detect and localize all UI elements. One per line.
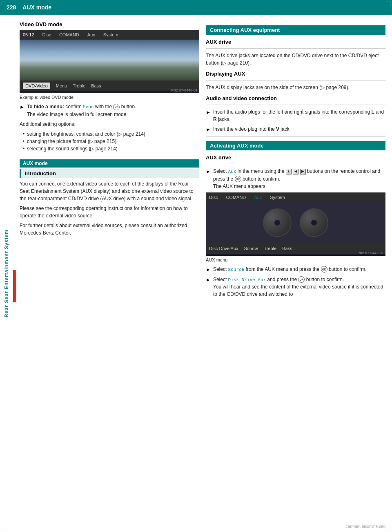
step2-item: ► Select Source from the AUX menu and pr…	[206, 266, 385, 273]
displaying-aux-title: Displaying AUX	[206, 71, 385, 77]
aux-menu-comand: COMAND	[226, 195, 246, 200]
aux-screen-menubar: Disc COMAND Aux System	[206, 192, 385, 202]
divider-act-aux	[206, 164, 385, 164]
dvd-bottom-treble: Treble	[73, 83, 85, 88]
dvd-bottom-bass: Bass	[91, 83, 101, 88]
aux-menu-aux: Aux	[254, 195, 262, 200]
main-content: Video DVD mode 05:12 Disc COMAND Aux Sys…	[16, 15, 392, 307]
divider-displaying-aux	[206, 80, 385, 80]
disc-graphic-1	[263, 208, 292, 237]
sidebar-text: Rear Seat Entertainment System	[4, 229, 9, 317]
connecting-aux-banner: Connecting AUX equipment	[206, 25, 385, 35]
aux-caption: AUX menu	[206, 257, 385, 262]
aux-bottom-source: Source	[244, 246, 258, 251]
aux-text-mono: Aux	[228, 169, 236, 174]
divider-1	[20, 156, 199, 156]
audio-plug-text: Insert the audio plugs for the left and …	[213, 108, 385, 123]
corner-mark-br	[386, 526, 390, 530]
video-plug-text: Insert the video plug into the V jack.	[213, 125, 291, 133]
step3-item: ► Select Disk Drive Aux and press the ok…	[206, 276, 385, 298]
intro-banner: Introduction	[20, 169, 199, 178]
additional-options-label: Additional setting options:	[20, 121, 199, 128]
chapter-title: AUX mode	[22, 4, 51, 11]
disc-graphic-2	[300, 208, 328, 237]
header-bar: 228 AUX mode	[0, 0, 392, 15]
aux-bottom-treble: Treble	[264, 246, 276, 251]
aux-menu-system: System	[270, 195, 285, 200]
divider-audio-video	[206, 105, 385, 105]
hide-menu-item: ► To hide a menu: confirm Menu with the …	[20, 103, 199, 118]
arrow-icon-video: ►	[206, 126, 211, 133]
additional-bullets: setting the brightness, contrast and col…	[23, 130, 199, 152]
hide-menu-label: To hide a menu:	[27, 104, 64, 110]
hide-menu-text: To hide a menu: confirm Menu with the ok…	[27, 103, 136, 118]
ok-button-icon: ok	[113, 104, 120, 110]
step3-text: Select Disk Drive Aux and press the ok b…	[213, 276, 385, 298]
sidebar-label: Rear Seat Entertainment System	[0, 15, 13, 532]
sidebar-accent	[13, 270, 16, 302]
arrow-icon-audio: ►	[206, 109, 211, 123]
divider-aux-drive	[206, 48, 385, 49]
dvd-menu-comand: COMAND	[59, 32, 79, 37]
aux-bottom-discdriveaux: Disc Drive Aux	[209, 246, 238, 251]
dvd-time: 05:12	[23, 32, 34, 37]
step2-text: Select Source from the AUX menu and pres…	[213, 266, 367, 273]
step1-item: ► Select Aux in the menu using the ▲ ◀ ▶…	[206, 168, 385, 190]
video-plug-item: ► Insert the video plug into the V jack.	[206, 125, 385, 133]
arrow-icon-step1: ►	[206, 168, 211, 190]
dvd-watermark: P82.87-6448-31	[171, 88, 198, 92]
page-watermark: carmanualsonline.info	[346, 524, 385, 529]
aux-mode-banner: AUX mode	[20, 159, 199, 168]
arrow-icon-step2: ►	[206, 266, 211, 273]
bullet-brightness: setting the brightness, contrast and col…	[23, 130, 199, 138]
aux-watermark: P82.87-6442-31	[357, 251, 384, 255]
dvd-menu-system: System	[103, 32, 118, 37]
right-column: Connecting AUX equipment AUX drive The A…	[206, 21, 385, 300]
aux-drive-text: The AUX drive jacks are located on the C…	[206, 52, 385, 67]
remote-btn-left[interactable]: ◀	[293, 169, 298, 174]
arrow-icon: ►	[20, 103, 24, 118]
video-dvd-title: Video DVD mode	[20, 21, 199, 27]
aux-image-area	[206, 202, 385, 243]
step1-text: Select Aux in the menu using the ▲ ◀ ▶ b…	[213, 168, 385, 190]
dvd-screen: 05:12 Disc COMAND Aux System DVD-Video M…	[20, 30, 199, 93]
dvd-bottom-menu: Menu	[56, 83, 67, 88]
aux-drive-title: AUX drive	[206, 39, 385, 45]
bullet-picture-format: changing the picture format (▷ page 215)	[23, 138, 199, 145]
divider-2	[206, 136, 385, 137]
intro-para-1: You can connect one external video sourc…	[20, 180, 199, 202]
corner-mark-tr	[386, 2, 390, 6]
diskdriveaux-text-mono: Disk Drive Aux	[228, 277, 266, 282]
audio-video-title: Audio and video connection	[206, 95, 385, 101]
aux-bottom-bass: Bass	[282, 246, 292, 251]
ok-btn-step2: ok	[321, 266, 327, 273]
hide-menu-mono: Menu	[83, 105, 94, 110]
page-number: 228	[7, 4, 16, 11]
intro-para-2: Please see the corresponding operating i…	[20, 205, 199, 219]
ok-btn-step3: ok	[298, 276, 305, 283]
left-column: Video DVD mode 05:12 Disc COMAND Aux Sys…	[20, 21, 199, 300]
dvd-image-area	[20, 40, 199, 80]
dvd-menu-aux: Aux	[87, 32, 95, 37]
aux-menu-disc: Disc	[209, 195, 218, 200]
ok-btn-step1: ok	[235, 176, 241, 182]
displaying-aux-text: The AUX display jacks are on the side of…	[206, 84, 385, 91]
remote-btn-right[interactable]: ▶	[300, 169, 306, 174]
dvd-caption: Example: video DVD mode	[20, 95, 199, 100]
corner-mark-tl	[2, 2, 6, 6]
activating-aux-drive-title: AUX drive	[206, 154, 385, 161]
intro-para-3: For further details about external video…	[20, 222, 199, 237]
activating-aux-banner: Activating AUX mode	[206, 141, 385, 150]
dvd-screen-menubar: 05:12 Disc COMAND Aux System	[20, 30, 199, 40]
source-text-mono: Source	[228, 267, 245, 272]
aux-screen: Disc COMAND Aux System Disc Drive Aux So…	[206, 192, 385, 256]
remote-btn-up[interactable]: ▲	[286, 169, 292, 174]
arrow-icon-step3: ►	[206, 276, 211, 298]
dvd-menu-disc: Disc	[42, 32, 51, 37]
bullet-sound-settings: selecting the sound settings (▷ page 214…	[23, 145, 199, 152]
audio-plug-item: ► Insert the audio plugs for the left an…	[206, 108, 385, 123]
dvd-bottom-dvdvideo: DVD-Video	[23, 83, 50, 89]
